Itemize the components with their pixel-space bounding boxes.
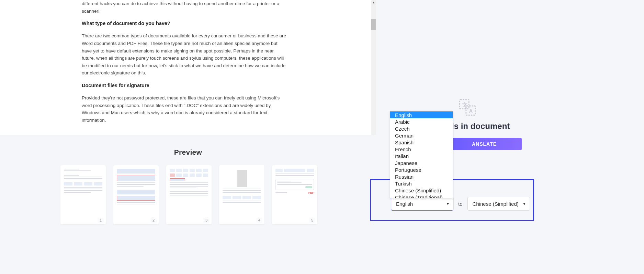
source-language-select[interactable]: English ▼ <box>391 197 453 211</box>
chevron-down-icon: ▼ <box>446 202 450 206</box>
doc-paragraph: Provided they're not password protected,… <box>82 94 288 124</box>
language-option[interactable]: Czech <box>390 125 453 132</box>
target-language-select[interactable]: Chinese (Simplified) ▼ <box>467 197 530 211</box>
svg-text:文: 文 <box>462 102 467 108</box>
thumb-page-number: 2 <box>150 217 157 223</box>
language-option[interactable]: Chinese (Simplified) <box>390 187 453 194</box>
thumb-page-number: 4 <box>256 217 262 223</box>
thumb-page-number: 5 <box>309 217 315 223</box>
language-option[interactable]: German <box>390 132 453 139</box>
to-label: to <box>458 201 463 207</box>
doc-paragraph: different hacks you can do to achieve th… <box>82 0 288 15</box>
preview-thumb[interactable]: PDF 5 <box>272 165 317 224</box>
language-option[interactable]: Chinese (Traditional) <box>390 194 453 198</box>
language-option[interactable]: French <box>390 146 453 153</box>
preview-thumb[interactable]: 4 <box>219 165 264 224</box>
translate-button[interactable]: ANSLATE <box>447 138 522 150</box>
thumb-page-number: 1 <box>98 217 104 223</box>
language-option[interactable]: Russian <box>390 173 453 180</box>
translate-panel: 文 A ls in document ANSLATE English ▼ to … <box>376 0 644 274</box>
language-dropdown[interactable]: EnglishArabicCzechGermanSpanishFrenchIta… <box>390 111 453 198</box>
thumb-page-number: 3 <box>203 217 210 223</box>
language-option[interactable]: English <box>390 111 453 118</box>
preview-thumb[interactable]: 1 <box>60 165 106 224</box>
translate-icon: 文 A <box>459 99 476 116</box>
preview-thumb[interactable]: 3 <box>166 165 212 224</box>
language-row: English ▼ to Chinese (Simplified) ▼ <box>391 197 530 211</box>
doc-heading: What type of document do you have? <box>82 20 288 27</box>
language-option[interactable]: Japanese <box>390 159 453 166</box>
doc-heading: Document files for signature <box>82 82 288 90</box>
document-viewer: different hacks you can do to achieve th… <box>0 0 376 274</box>
language-option[interactable]: Spanish <box>390 139 453 146</box>
language-option[interactable]: Italian <box>390 153 453 159</box>
preview-thumbnails-row: 1 2 <box>0 165 376 224</box>
target-language-value: Chinese (Simplified) <box>473 201 519 207</box>
preview-title: Preview <box>0 148 376 156</box>
panel-title: ls in document <box>452 121 510 131</box>
language-option[interactable]: Arabic <box>390 118 453 125</box>
preview-thumb[interactable]: 2 <box>113 165 159 224</box>
chevron-down-icon: ▼ <box>523 202 526 206</box>
doc-paragraph: There are two common types of documents … <box>82 32 288 77</box>
document-body: different hacks you can do to achieve th… <box>82 0 288 129</box>
svg-text:A: A <box>469 108 473 114</box>
scroll-thumb[interactable] <box>371 19 376 30</box>
language-option[interactable]: Turkish <box>390 180 453 187</box>
scroll-up-icon[interactable]: ▲ <box>371 0 376 5</box>
preview-section: Preview 1 <box>0 135 376 274</box>
source-language-value: English <box>396 201 413 207</box>
translate-button-label: ANSLATE <box>472 141 497 147</box>
language-option[interactable]: Portuguese <box>390 166 453 173</box>
